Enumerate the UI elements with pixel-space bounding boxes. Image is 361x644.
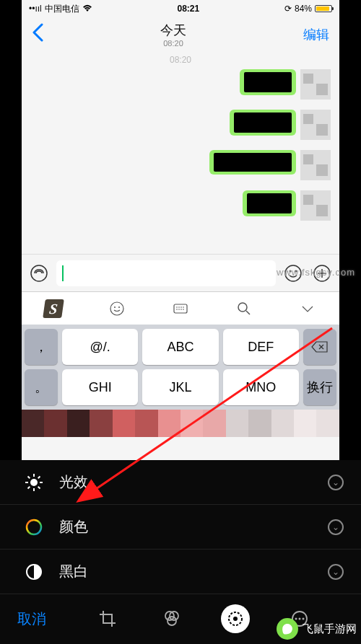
svg-point-15 xyxy=(176,309,178,310)
message-bubble[interactable] xyxy=(243,190,296,216)
chevron-down-icon[interactable]: ⌄ xyxy=(328,475,344,490)
svg-point-11 xyxy=(176,306,178,308)
svg-line-28 xyxy=(28,476,30,478)
status-bar: ••ııl 中国电信 08:21 ⟳ 84% xyxy=(22,0,339,17)
svg-line-30 xyxy=(38,476,40,478)
svg-line-31 xyxy=(28,486,30,488)
key-mno[interactable]: MNO xyxy=(223,369,299,405)
message-bubble[interactable] xyxy=(209,150,296,175)
brightness-icon xyxy=(23,472,45,493)
edit-panel: 光效 ⌄ 颜色 ⌄ 黑白 ⌄ 取消 xyxy=(0,460,361,644)
key-def[interactable]: DEF xyxy=(223,329,299,365)
svg-point-38 xyxy=(233,617,238,621)
message-row xyxy=(29,69,332,100)
key-backspace[interactable] xyxy=(303,329,336,365)
svg-point-16 xyxy=(178,309,180,310)
message-row xyxy=(29,150,332,180)
battery-sync-icon: ⟳ xyxy=(284,4,292,14)
svg-point-12 xyxy=(178,306,180,308)
edit-button[interactable]: 编辑 xyxy=(303,26,329,43)
color-icon xyxy=(23,516,45,538)
keyboard-layout-icon[interactable] xyxy=(149,292,212,325)
key-ghi[interactable]: GHI xyxy=(62,369,138,405)
watermark-url: www.fskgsy.com xyxy=(277,267,355,278)
keyboard-keys: ， 。 @/. ABC DEF GHI JKL MNO xyxy=(22,325,339,410)
svg-line-29 xyxy=(38,486,40,488)
svg-point-8 xyxy=(114,306,116,308)
back-button[interactable] xyxy=(32,23,43,47)
sogou-logo-icon[interactable]: S xyxy=(22,292,85,325)
battery-icon xyxy=(315,5,332,12)
status-time: 08:21 xyxy=(178,4,200,14)
message-row xyxy=(29,190,332,221)
chat-timestamp: 08:20 xyxy=(29,55,332,65)
svg-point-32 xyxy=(27,520,41,534)
edit-label-light: 光效 xyxy=(59,472,313,492)
avatar[interactable] xyxy=(300,69,331,100)
edit-row-bw[interactable]: 黑白 ⌄ xyxy=(0,550,361,594)
screenshot-preview: ••ııl 中国电信 08:21 ⟳ 84% 今天 08:20 编辑 08:20 xyxy=(22,0,339,462)
svg-point-9 xyxy=(118,306,120,308)
message-bubble[interactable] xyxy=(240,69,296,95)
signal-icon: ••ııl xyxy=(29,4,42,14)
svg-point-13 xyxy=(180,306,182,308)
key-comma[interactable]: ， xyxy=(25,329,58,365)
edit-row-color[interactable]: 颜色 ⌄ xyxy=(0,505,361,550)
keyboard: S ， 。 @/. xyxy=(22,291,339,410)
avatar[interactable] xyxy=(300,190,331,221)
svg-point-36 xyxy=(168,617,176,625)
chevron-down-icon[interactable]: ⌄ xyxy=(328,519,344,535)
key-jkl[interactable]: JKL xyxy=(142,369,218,405)
chevron-down-icon[interactable]: ⌄ xyxy=(328,564,344,580)
brand-name: 飞鼠手游网 xyxy=(303,622,357,636)
key-period[interactable]: 。 xyxy=(25,369,58,405)
message-bubble[interactable] xyxy=(230,110,296,136)
search-icon[interactable] xyxy=(212,292,276,325)
wifi-icon xyxy=(82,4,92,14)
key-return[interactable]: 换行 xyxy=(303,369,336,405)
message-row xyxy=(29,110,332,140)
status-left: ••ııl 中国电信 xyxy=(29,3,92,15)
nav-title: 今天 xyxy=(160,22,186,39)
crop-icon[interactable] xyxy=(93,604,122,633)
bw-icon xyxy=(23,561,45,583)
svg-line-20 xyxy=(246,311,250,314)
key-abc[interactable]: ABC xyxy=(142,329,218,365)
svg-point-19 xyxy=(238,303,247,312)
carrier-label: 中国电信 xyxy=(45,3,79,15)
collapse-keyboard-icon[interactable] xyxy=(276,292,339,325)
svg-point-17 xyxy=(180,309,182,310)
brand-logo-icon xyxy=(277,618,298,640)
text-cursor xyxy=(62,265,64,281)
svg-point-18 xyxy=(183,309,184,310)
nav-title-group: 今天 08:20 xyxy=(160,22,186,48)
key-at[interactable]: @/. xyxy=(62,329,138,365)
filters-icon[interactable] xyxy=(157,604,186,633)
svg-rect-10 xyxy=(174,304,187,313)
brand-watermark: 飞鼠手游网 xyxy=(277,618,357,640)
edit-label-bw: 黑白 xyxy=(59,562,313,581)
voice-button[interactable] xyxy=(27,262,51,285)
adjust-icon[interactable] xyxy=(221,604,250,633)
message-input[interactable] xyxy=(56,260,276,286)
pixelated-strip xyxy=(22,410,339,437)
avatar[interactable] xyxy=(300,110,331,140)
cancel-button[interactable]: 取消 xyxy=(12,609,52,629)
chat-area[interactable]: 08:20 xyxy=(22,52,339,254)
status-right: ⟳ 84% xyxy=(284,4,332,14)
svg-point-23 xyxy=(30,479,38,486)
nav-bar: 今天 08:20 编辑 xyxy=(22,17,339,52)
svg-point-7 xyxy=(110,302,123,315)
svg-point-14 xyxy=(183,306,184,308)
edit-label-color: 颜色 xyxy=(59,517,313,537)
nav-subtitle: 08:20 xyxy=(160,39,186,48)
emoji-tab-icon[interactable] xyxy=(85,292,149,325)
svg-point-0 xyxy=(31,265,47,281)
avatar[interactable] xyxy=(300,150,331,180)
keyboard-toolbar: S xyxy=(22,291,339,325)
battery-percent: 84% xyxy=(295,4,312,14)
edit-row-light[interactable]: 光效 ⌄ xyxy=(0,460,361,505)
